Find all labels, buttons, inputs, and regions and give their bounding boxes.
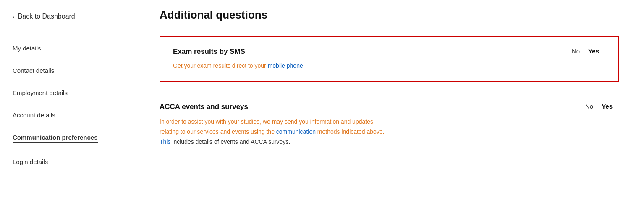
acca-events-surveys-title: ACCA events and surveys bbox=[160, 103, 248, 111]
exam-results-sms-yes-option[interactable]: Yes bbox=[588, 48, 599, 55]
acca-events-surveys-card: ACCA events and surveys No Yes In order … bbox=[160, 98, 619, 151]
acca-events-surveys-no-option[interactable]: No bbox=[585, 103, 593, 110]
sidebar-item-my-details[interactable]: My details bbox=[13, 37, 126, 59]
acca-events-surveys-yes-option[interactable]: Yes bbox=[602, 103, 613, 110]
main-content: Additional questions Exam results by SMS… bbox=[126, 0, 644, 212]
chevron-left-icon: ‹ bbox=[13, 13, 15, 20]
acca-events-surveys-options: No Yes bbox=[585, 103, 619, 110]
sidebar-item-employment-details[interactable]: Employment details bbox=[13, 82, 126, 104]
acca-events-surveys-header: ACCA events and surveys No Yes bbox=[160, 103, 619, 111]
exam-results-sms-options: No Yes bbox=[572, 48, 605, 55]
sidebar-item-login-details[interactable]: Login details bbox=[13, 151, 126, 173]
sidebar-item-contact-details[interactable]: Contact details bbox=[13, 59, 126, 82]
exam-results-sms-header: Exam results by SMS No Yes bbox=[173, 48, 605, 56]
sidebar-item-communication-preferences[interactable]: Communication preferences bbox=[13, 126, 126, 151]
sidebar-item-account-details[interactable]: Account details bbox=[13, 104, 126, 126]
back-to-dashboard-link[interactable]: ‹ Back to Dashboard bbox=[13, 13, 126, 20]
sidebar-navigation: My details Contact details Employment de… bbox=[13, 37, 126, 173]
exam-results-sms-card: Exam results by SMS No Yes Get your exam… bbox=[160, 36, 619, 82]
page-title: Additional questions bbox=[160, 8, 619, 21]
back-to-dashboard-label: Back to Dashboard bbox=[18, 13, 75, 20]
sidebar: ‹ Back to Dashboard My details Contact d… bbox=[0, 0, 126, 212]
acca-events-surveys-description: In order to assist you with your studies… bbox=[160, 117, 619, 147]
exam-results-sms-title: Exam results by SMS bbox=[173, 48, 245, 56]
exam-results-sms-description: Get your exam results direct to your mob… bbox=[173, 61, 605, 70]
exam-results-sms-no-option[interactable]: No bbox=[572, 48, 580, 55]
